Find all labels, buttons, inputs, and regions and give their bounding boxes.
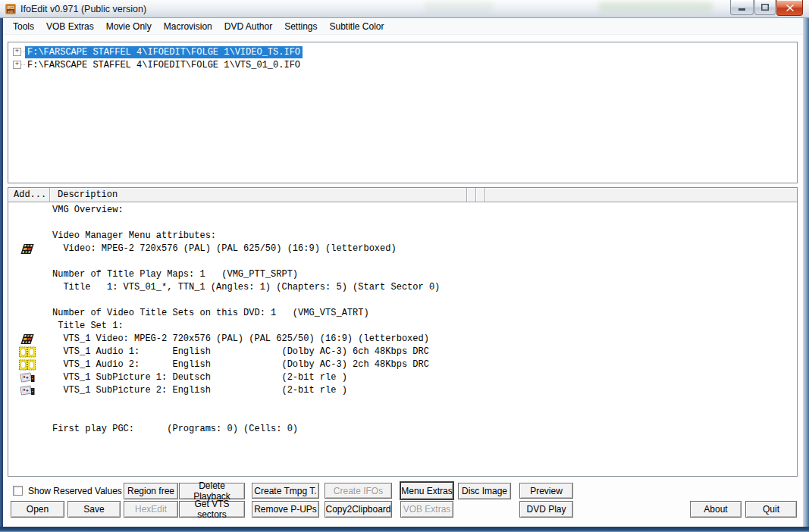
menu-tools[interactable]: Tools xyxy=(7,19,40,34)
menu-movie-only[interactable]: Movie Only xyxy=(100,19,158,34)
window-border-right xyxy=(803,18,809,527)
open-button[interactable]: Open xyxy=(11,501,64,518)
close-button[interactable] xyxy=(776,0,803,16)
show-reserved-values-checkbox[interactable] xyxy=(13,486,23,496)
table-row[interactable]: Video: MPEG-2 720x576 (PAL) (PAL 625/50)… xyxy=(8,243,797,255)
description-text: Number of Title Play Maps: 1 (VMG_PTT_SR… xyxy=(52,268,298,281)
dvd-play-button[interactable]: DVD Play xyxy=(519,501,573,518)
table-row[interactable]: VTS_1 SubPicture 2: English (2-bit rle ) xyxy=(8,384,797,397)
create-tmpg-button[interactable]: Create Tmpg T. xyxy=(252,483,319,499)
expand-toggle-icon[interactable]: + xyxy=(13,61,21,69)
subpicture-icon-cell xyxy=(8,385,52,396)
column-header-description[interactable]: Description xyxy=(50,188,467,202)
vob-extras-button: VOB Extras xyxy=(400,501,453,518)
table-row[interactable]: Video Manager Menu attributes: xyxy=(8,230,797,243)
table-row[interactable] xyxy=(8,294,797,307)
table-row[interactable]: VTS_1 Audio 1: English (Dolby AC-3) 6ch … xyxy=(8,346,797,358)
table-row[interactable]: VTS_1 SubPicture 1: Deutsch (2-bit rle ) xyxy=(8,371,797,384)
subpicture-icon-cell xyxy=(8,372,52,383)
menu-extras-button[interactable]: Menu Extras xyxy=(400,482,453,499)
about-button[interactable]: About xyxy=(690,501,742,518)
table-row[interactable] xyxy=(8,255,797,268)
description-text: First play PGC: (Programs: 0) (Cells: 0) xyxy=(52,423,298,436)
audio-speakers-icon xyxy=(19,346,36,358)
audio-speakers-icon xyxy=(19,359,36,371)
show-reserved-values-label: Show Reserved Values xyxy=(28,486,122,496)
column-header-blank xyxy=(485,188,797,202)
description-text: Title 1: VTS_01_*, TTN_1 (Angles: 1) (Ch… xyxy=(52,281,440,294)
audio-icon-cell xyxy=(8,346,52,358)
description-text: Video: MPEG-2 720x576 (PAL) (PAL 625/50)… xyxy=(52,243,397,255)
description-text: VMG Overview: xyxy=(52,204,124,217)
subpicture-icon xyxy=(19,385,36,396)
table-row[interactable] xyxy=(8,217,797,230)
column-header-add[interactable]: Add... xyxy=(8,188,50,202)
table-row[interactable]: Title 1: VTS_01_*, TTN_1 (Angles: 1) (Ch… xyxy=(8,281,797,294)
menu-dvd-author[interactable]: DVD Author xyxy=(218,19,278,34)
minimize-button[interactable] xyxy=(730,0,754,15)
table-row[interactable]: VTS_1 Video: MPEG-2 720x576 (PAL) (PAL 6… xyxy=(8,333,797,346)
menu-vob-extras[interactable]: VOB Extras xyxy=(40,19,100,34)
subpicture-icon xyxy=(19,372,36,383)
film-icon-cell xyxy=(8,333,52,345)
description-text: VTS_1 SubPicture 1: Deutsch (2-bit rle ) xyxy=(52,371,347,384)
description-text: Video Manager Menu attributes: xyxy=(52,230,216,243)
copy2clipboard-button[interactable]: Copy2Clipboard xyxy=(325,501,392,518)
table-row[interactable]: VTS_1 Audio 2: English (Dolby AC-3) 2ch … xyxy=(8,358,797,371)
description-text: VTS_1 SubPicture 2: English (2-bit rle ) xyxy=(52,384,347,397)
window-border-left xyxy=(0,18,3,527)
menu-macrovision[interactable]: Macrovision xyxy=(158,19,218,34)
description-text: VTS_1 Audio 2: English (Dolby AC-3) 2ch … xyxy=(52,358,429,371)
audio-icon-cell xyxy=(8,359,52,371)
column-header-blank[interactable] xyxy=(467,188,476,202)
ifoedit-window: IFO edit IfoEdit v0.971 (Public version)… xyxy=(0,0,809,532)
menu-subtitle-color[interactable]: Subtitle Color xyxy=(324,19,390,34)
window-border-bottom xyxy=(0,527,809,532)
table-row[interactable]: VMG Overview: xyxy=(8,204,797,217)
tree-item-vts-01-0[interactable]: + F:\FARSCAPE STAFFEL 4\IFOEDIT\FOLGE 1\… xyxy=(8,58,797,71)
description-panel: Add... Description VMG Overview:Video Ma… xyxy=(8,187,798,477)
close-icon xyxy=(786,5,794,11)
list-header: Add... Description xyxy=(8,188,797,202)
titlebar-glass-artifact xyxy=(425,2,493,12)
region-free-button[interactable]: Region free xyxy=(124,483,178,499)
svg-text:edit: edit xyxy=(8,10,14,14)
ifo-file-tree: + F:\FARSCAPE STAFFEL 4\IFOEDIT\FOLGE 1\… xyxy=(8,42,798,183)
menu-settings[interactable]: Settings xyxy=(278,19,323,34)
svg-text:IFO: IFO xyxy=(7,5,14,10)
tree-item-label: F:\FARSCAPE STAFFEL 4\IFOEDIT\FOLGE 1\VT… xyxy=(25,59,303,71)
window-title: IfoEdit v0.971 (Public version) xyxy=(20,4,146,14)
film-icon-cell xyxy=(8,243,52,255)
remove-pups-button[interactable]: Remove P-UPs xyxy=(252,501,319,518)
tree-item-video-ts[interactable]: + F:\FARSCAPE STAFFEL 4\IFOEDIT\FOLGE 1\… xyxy=(8,45,797,58)
description-list-body: VMG Overview:Video Manager Menu attribut… xyxy=(8,202,797,436)
film-icon xyxy=(19,243,34,255)
preview-button[interactable]: Preview xyxy=(519,483,573,499)
expand-toggle-icon[interactable]: + xyxy=(13,48,21,56)
delete-playback-button[interactable]: Delete Playback xyxy=(179,483,245,499)
description-text: VTS_1 Video: MPEG-2 720x576 (PAL) (PAL 6… xyxy=(52,333,429,346)
create-ifos-button: Create IFOs xyxy=(325,483,392,499)
maximize-button[interactable] xyxy=(754,0,776,15)
quit-button[interactable]: Quit xyxy=(745,501,797,518)
film-icon xyxy=(19,333,34,345)
description-text: Title Set 1: xyxy=(52,320,124,333)
column-header-blank[interactable] xyxy=(476,188,485,202)
table-row[interactable]: Number of Title Play Maps: 1 (VMG_PTT_SR… xyxy=(8,268,797,281)
save-button[interactable]: Save xyxy=(67,501,121,518)
app-icon: IFO edit xyxy=(5,3,17,15)
table-row[interactable]: Title Set 1: xyxy=(8,320,797,333)
description-text: VTS_1 Audio 1: English (Dolby AC-3) 6ch … xyxy=(52,346,429,358)
get-vts-sectors-button[interactable]: Get VTS sectors xyxy=(179,501,245,518)
disc-image-button[interactable]: Disc Image xyxy=(458,483,511,499)
hexedit-button: HexEdit xyxy=(124,501,178,518)
table-row[interactable]: First play PGC: (Programs: 0) (Cells: 0) xyxy=(8,423,797,436)
description-text: Number of Video Title Sets on this DVD: … xyxy=(52,307,369,320)
titlebar-glass-artifact xyxy=(599,2,713,12)
menubar: Tools VOB Extras Movie Only Macrovision … xyxy=(3,19,803,35)
restore-icon xyxy=(761,4,769,11)
table-row[interactable]: Number of Video Title Sets on this DVD: … xyxy=(8,307,797,320)
table-row[interactable] xyxy=(8,410,797,423)
table-row[interactable] xyxy=(8,397,797,410)
titlebar: IFO edit IfoEdit v0.971 (Public version) xyxy=(0,0,809,18)
